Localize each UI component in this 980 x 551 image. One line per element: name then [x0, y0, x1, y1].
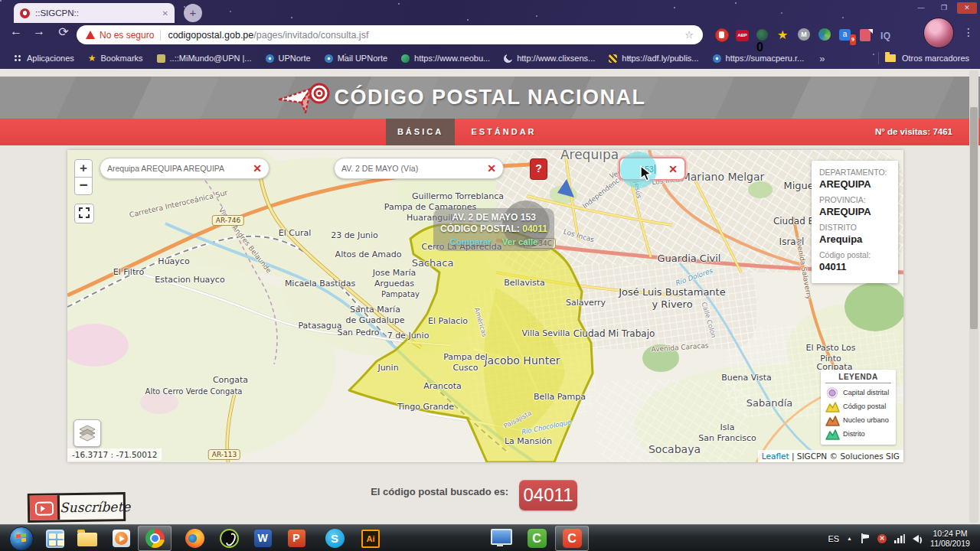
tab-basica[interactable]: BÁSICA [386, 119, 455, 145]
info-value: 04011 [819, 261, 890, 272]
extension-m[interactable]: M [798, 28, 812, 42]
bookmark-item[interactable]: https://www.neobu... [401, 54, 490, 63]
taskbar-explorer[interactable] [70, 526, 104, 551]
help-button[interactable]: ? [530, 158, 547, 180]
bookmarks-divider [878, 52, 879, 64]
layers-button[interactable] [74, 419, 101, 447]
back-button[interactable]: ← [6, 24, 26, 38]
web-page: CÓDIGO POSTAL NACIONAL BÁSICA ESTÁNDAR N… [0, 69, 980, 524]
fullscreen-icon [79, 207, 90, 218]
refresh-button[interactable]: ⟳ [54, 24, 74, 39]
taskbar-illustrator[interactable]: Ai [354, 526, 387, 551]
site-favicon-icon [20, 8, 30, 18]
other-bookmarks-folder-icon [885, 54, 896, 62]
extension-reader[interactable] [860, 28, 874, 42]
popup-link[interactable]: Comparar [449, 237, 491, 246]
bookmarks-overflow-chevron[interactable]: » [819, 53, 825, 64]
fullscreen-button[interactable] [74, 204, 94, 223]
extension-iq[interactable]: IQ [880, 28, 894, 42]
camtasia-icon: C [528, 529, 547, 548]
search-place-input[interactable]: Arequipa AREQUIPA AREQUIPA ✕ [100, 158, 270, 179]
zoom-out-button[interactable]: − [74, 177, 93, 195]
close-button[interactable]: ✕ [957, 2, 977, 14]
taskbar-skype[interactable]: S [318, 526, 351, 551]
browser-menu-icon[interactable]: ⋮ [963, 26, 974, 38]
language-indicator[interactable]: ES [828, 534, 839, 543]
windows-taskbar: WPSAiCC ES ▲ ✕ 10:24 PM 11/08/2019 [0, 524, 980, 551]
bookmark-item[interactable]: UPNorte [266, 54, 311, 63]
zoom-in-button[interactable]: + [74, 159, 93, 178]
bookmark-item[interactable]: http://www.clixsens... [504, 54, 595, 63]
popup-link[interactable]: Ver calle [502, 237, 538, 246]
bookmark-item[interactable]: ★Bookmarks [88, 54, 143, 63]
leaflet-map[interactable]: ArequipaMariano MelgarMiguelCiudad Blanc… [67, 150, 903, 462]
other-bookmarks-label[interactable]: Otros marcadores [902, 54, 969, 63]
media-player-icon [113, 530, 130, 547]
taskbar-camtasia-green[interactable]: C [520, 526, 554, 551]
tray-alert-icon[interactable]: ✕ [877, 534, 887, 543]
result-label: El código postal buscado es: [371, 486, 508, 497]
clear-place-icon[interactable]: ✕ [253, 163, 262, 174]
taskbar-word[interactable]: W [246, 526, 279, 551]
taskbar-firefox[interactable] [178, 526, 211, 551]
legend-area-swatch-icon [825, 429, 840, 440]
bee-icon [609, 54, 617, 63]
taskbar-display[interactable] [485, 526, 518, 551]
tray-expand-icon[interactable]: ▲ [847, 536, 852, 541]
legend-item: Distrito [825, 427, 891, 441]
m-extension-icon: M [798, 28, 810, 41]
bookmarks-bar: Aplicaciones ★Bookmarks..::MiMundo@UPN |… [0, 47, 980, 69]
browser-tab[interactable]: ::SIGCPN:: ✕ [14, 3, 175, 23]
illustrator-icon: Ai [361, 530, 380, 548]
bookmark-item[interactable]: https://sumacperu.r... [713, 54, 805, 63]
scrollbar-thumb[interactable] [970, 107, 978, 329]
tab-estandar[interactable]: ESTÁNDAR [456, 119, 551, 145]
search-street-input[interactable]: AV. 2 DE MAYO (Vía) ✕ [334, 158, 504, 179]
address-bar[interactable]: No es seguro codigopostal.gob.pe /pages/… [77, 25, 703, 44]
clear-street-icon[interactable]: ✕ [487, 163, 496, 174]
network-signal-icon[interactable] [894, 534, 905, 543]
bookmark-item[interactable]: ..::MiMundo@UPN |... [157, 54, 252, 63]
leaflet-link[interactable]: Leaflet [762, 452, 789, 461]
taskbar-media-player[interactable] [104, 526, 138, 551]
taskbar-camtasia-red[interactable]: C [555, 526, 589, 551]
page-scrollbar[interactable] [969, 70, 978, 523]
gadgets-icon [46, 530, 64, 548]
taskbar-corel[interactable] [212, 526, 246, 551]
clear-number-icon[interactable]: ✕ [668, 164, 678, 174]
minimize-button[interactable]: — [911, 2, 931, 14]
extension-star[interactable]: ★ [777, 28, 791, 42]
extension-abp[interactable]: ABP [736, 28, 750, 42]
profile-avatar[interactable] [923, 18, 954, 48]
taskbar-chrome[interactable] [138, 526, 172, 551]
taskbar-start[interactable] [5, 526, 38, 551]
new-tab-button[interactable]: + [184, 4, 202, 22]
extension-a-badge[interactable]: a9 [839, 28, 853, 42]
taskbar-powerpoint[interactable]: P [279, 526, 313, 551]
legend-area-swatch-icon [825, 401, 840, 412]
tab-close-icon[interactable]: ✕ [162, 9, 168, 18]
extension-hand[interactable] [715, 28, 729, 42]
legend-circle-swatch-icon [825, 387, 840, 399]
maximize-button[interactable]: ❐ [934, 2, 954, 14]
action-center-flag-icon[interactable] [860, 533, 870, 543]
taskbar-gadgets[interactable] [38, 526, 72, 551]
bookmark-item[interactable]: https://adf.ly/publis... [609, 54, 698, 63]
apps-shortcut[interactable]: Aplicaciones [14, 54, 74, 63]
bookmark-item[interactable]: Mail UPNorte [325, 54, 387, 63]
volume-icon[interactable] [913, 535, 919, 543]
not-secure-label[interactable]: No es seguro [100, 30, 154, 41]
apps-grid-icon [14, 54, 22, 63]
taskbar-clock[interactable]: 10:24 PM 11/08/2019 [926, 529, 974, 549]
word-icon: W [254, 530, 272, 547]
subscribe-button[interactable]: Suscríbete [28, 492, 126, 523]
extension-idm[interactable] [818, 28, 832, 42]
extension-counter[interactable]: 0 [756, 28, 770, 42]
popup-address: AV. 2 DE MAYO 153 [436, 212, 551, 223]
forward-button[interactable]: → [29, 24, 49, 38]
layers-icon [78, 423, 96, 442]
bookmark-star-icon[interactable]: ☆ [684, 29, 694, 41]
postal-code-result: 04011 [519, 480, 577, 510]
iq-extension-icon: IQ [880, 31, 891, 41]
info-value: Arequipa [819, 233, 890, 245]
